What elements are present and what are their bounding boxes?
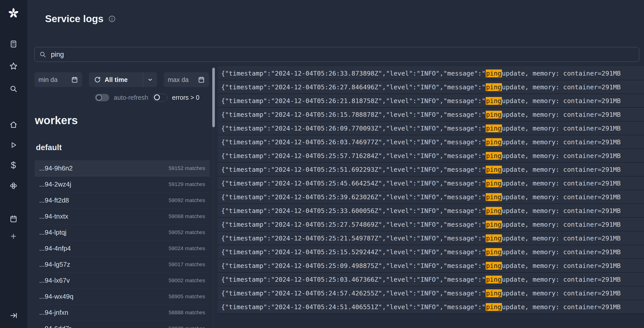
log-prefix: {"timestamp":"2024-12-04T05:25:45.664254… (221, 180, 486, 187)
log-row: {"timestamp":"2024-12-04T05:24:51.406551… (218, 300, 644, 314)
log-prefix: {"timestamp":"2024-12-04T05:26:21.818758… (221, 97, 486, 105)
worker-matches: 58888 matches (169, 309, 205, 316)
worker-row[interactable]: ...94-2wz4j 59129 matches (35, 176, 210, 192)
windmill-logo-icon[interactable] (0, 7, 27, 19)
time-range-button[interactable]: All time (89, 72, 157, 87)
worker-matches: 59052 matches (169, 229, 205, 235)
max-date-button[interactable]: max da (164, 72, 209, 87)
worker-row[interactable]: ...94-lg57z 59017 matches (35, 256, 210, 273)
log-highlight: ping (486, 221, 502, 229)
log-list: {"timestamp":"2024-12-04T05:26:33.873898… (218, 67, 644, 328)
search-bar (34, 47, 639, 62)
log-row: {"timestamp":"2024-12-04T05:25:39.623026… (218, 190, 644, 204)
log-scrollbar-thumb[interactable] (212, 68, 215, 127)
log-prefix: {"timestamp":"2024-12-04T05:26:15.788878… (221, 111, 486, 118)
chevron-down-icon[interactable] (143, 76, 157, 83)
worker-row[interactable]: ...94-4nfp4 59024 matches (35, 240, 210, 256)
info-icon[interactable] (108, 15, 116, 23)
worker-id: ...94-6dd7r (39, 325, 71, 328)
log-suffix: update, memory: container=291MB (502, 303, 621, 311)
filters-row: min da All time (34, 72, 209, 87)
log-prefix: {"timestamp":"2024-12-04T05:26:09.770093… (221, 125, 486, 132)
worker-row[interactable]: ...94-6dd7r 58878 matches (35, 321, 210, 328)
errors-toggle[interactable] (153, 94, 167, 102)
log-row: {"timestamp":"2024-12-04T05:26:09.770093… (218, 122, 644, 135)
star-icon[interactable] (0, 62, 27, 71)
min-date-button[interactable]: min da (34, 72, 82, 87)
log-row: {"timestamp":"2024-12-04T05:25:57.716284… (218, 149, 644, 163)
log-highlight: ping (486, 138, 502, 146)
log-row: {"timestamp":"2024-12-04T05:26:15.788878… (218, 108, 644, 122)
worker-row[interactable]: ...94-lx67v 59002 matches (35, 273, 210, 289)
auto-refresh-label: auto-refresh (114, 94, 148, 101)
flower-icon[interactable] (0, 181, 27, 190)
log-row: {"timestamp":"2024-12-04T05:26:21.818758… (218, 94, 644, 108)
log-suffix: update, memory: container=291MB (502, 180, 621, 187)
log-suffix: update, memory: container=291MB (502, 221, 621, 228)
page-title-text: Service logs (45, 13, 104, 24)
calculator-icon[interactable] (0, 39, 27, 49)
worker-id: ...94-4nfp4 (39, 245, 71, 252)
worker-row[interactable]: ...94-9h6n2 59152 matches (35, 160, 210, 176)
worker-matches: 58878 matches (169, 325, 205, 328)
sidebar: $ + (0, 0, 27, 328)
log-suffix: update, memory: container=291MB (502, 193, 621, 201)
log-prefix: {"timestamp":"2024-12-04T05:24:57.426255… (221, 290, 486, 297)
worker-id: ...94-ft2d8 (39, 196, 69, 204)
log-prefix: {"timestamp":"2024-12-04T05:25:21.549787… (221, 235, 486, 242)
play-icon[interactable] (0, 140, 27, 150)
worker-matches: 59152 matches (169, 165, 205, 171)
log-prefix: {"timestamp":"2024-12-04T05:26:27.846496… (221, 83, 486, 91)
workers-heading: workers (35, 114, 78, 127)
log-prefix: {"timestamp":"2024-12-04T05:24:51.406551… (221, 303, 486, 311)
log-prefix: {"timestamp":"2024-12-04T05:25:27.574869… (221, 221, 486, 228)
log-suffix: update, memory: container=291MB (502, 125, 621, 132)
log-row: {"timestamp":"2024-12-04T05:25:51.692293… (218, 163, 644, 177)
search-input[interactable] (50, 50, 634, 59)
log-suffix: update, memory: container=291MB (502, 207, 621, 215)
worker-matches: 59002 matches (169, 277, 205, 283)
log-suffix: update, memory: container=291MB (502, 70, 621, 77)
worker-row[interactable]: ...94-wx49q 58905 matches (35, 289, 210, 305)
time-range-label: All time (105, 76, 128, 83)
worker-id: ...94-lx67v (39, 277, 70, 284)
worker-row[interactable]: ...94-jnfxn 58888 matches (35, 305, 210, 321)
worker-row[interactable]: ...94-tnxtx 59068 matches (35, 208, 210, 224)
worker-row[interactable]: ...94-lptqj 59052 matches (35, 224, 210, 240)
log-row: {"timestamp":"2024-12-04T05:25:09.498875… (218, 259, 644, 273)
log-row: {"timestamp":"2024-12-04T05:25:21.549787… (218, 232, 644, 245)
log-highlight: ping (486, 289, 502, 297)
time-range-main[interactable]: All time (89, 76, 143, 83)
worker-id: ...94-lptqj (39, 229, 66, 236)
collapse-sidebar-icon[interactable] (0, 311, 27, 320)
home-icon[interactable] (0, 120, 27, 129)
log-row: {"timestamp":"2024-12-04T05:25:27.574869… (218, 218, 644, 232)
refresh-icon (94, 76, 101, 83)
log-prefix: {"timestamp":"2024-12-04T05:25:33.600056… (221, 207, 486, 215)
worker-matches: 59017 matches (169, 261, 205, 267)
log-row: {"timestamp":"2024-12-04T05:26:27.846496… (218, 80, 644, 94)
worker-id: ...94-2wz4j (39, 180, 71, 188)
plus-icon[interactable]: + (0, 231, 27, 241)
worker-matches: 58905 matches (169, 293, 205, 300)
log-highlight: ping (486, 97, 502, 105)
auto-refresh-toggle[interactable] (95, 94, 109, 101)
search-icon (39, 51, 46, 58)
worker-matches: 59024 matches (169, 245, 205, 251)
worker-id: ...94-9h6n2 (39, 164, 73, 172)
log-highlight: ping (486, 179, 502, 187)
search-nav-icon[interactable] (0, 84, 27, 93)
log-suffix: update, memory: container=291MB (502, 262, 621, 269)
worker-matches: 59129 matches (169, 181, 205, 187)
log-highlight: ping (486, 248, 502, 256)
calendar-icon[interactable] (0, 214, 27, 223)
log-prefix: {"timestamp":"2024-12-04T05:25:51.692293… (221, 166, 486, 173)
log-row: {"timestamp":"2024-12-04T05:26:03.746977… (218, 135, 644, 149)
log-prefix: {"timestamp":"2024-12-04T05:26:33.873898… (221, 70, 486, 77)
log-prefix: {"timestamp":"2024-12-04T05:25:03.467366… (221, 276, 486, 283)
worker-id: ...94-jnfxn (39, 309, 68, 317)
worker-row[interactable]: ...94-ft2d8 59092 matches (35, 192, 210, 208)
worker-group-heading: default (36, 143, 62, 152)
log-highlight: ping (486, 193, 502, 201)
dollar-icon[interactable]: $ (0, 160, 27, 170)
